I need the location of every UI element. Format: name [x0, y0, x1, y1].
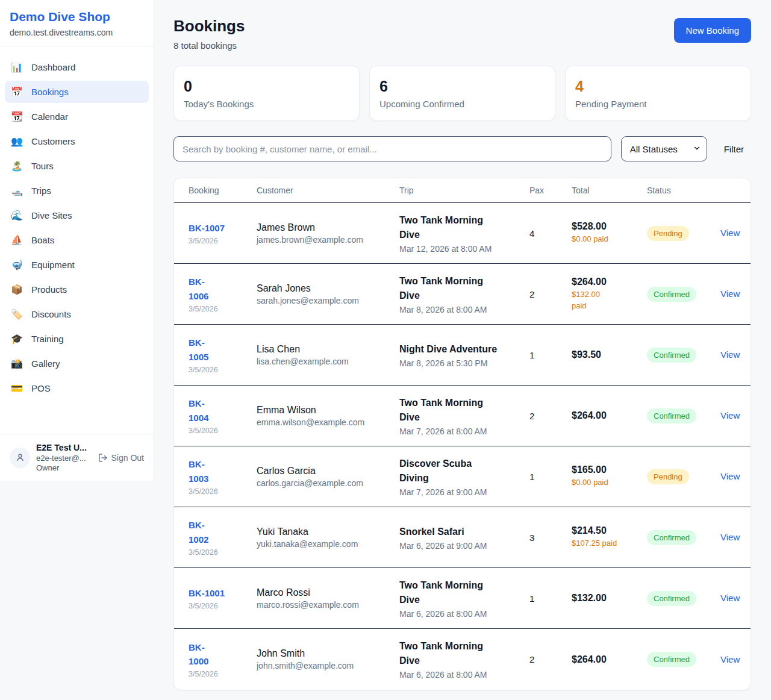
view-link[interactable]: View [720, 349, 740, 360]
trip-datetime: Mar 12, 2026 at 8:00 AM [399, 244, 521, 254]
sidebar-item-customers[interactable]: 👥 Customers [5, 130, 149, 152]
page-subtitle: 8 total bookings [173, 40, 245, 51]
sign-out-label: Sign Out [111, 453, 144, 463]
trip-datetime: Mar 7, 2026 at 9:00 AM [399, 487, 521, 497]
sidebar-item-training[interactable]: 🎓 Training [5, 328, 149, 350]
sidebar-item-label: Dive Sites [31, 210, 72, 220]
trip-datetime: Mar 7, 2026 at 8:00 AM [399, 427, 521, 436]
sidebar-item-label: Boats [31, 235, 54, 245]
table-row: BK- 1005 3/5/2026 Lisa Chen lisa.chen@ex… [174, 325, 751, 386]
sidebar-item-label: Training [31, 334, 64, 344]
status-select[interactable]: All Statuses [621, 136, 707, 161]
sidebar-item-discounts[interactable]: 🏷️ Discounts [5, 303, 149, 325]
sidebar-item-boats[interactable]: ⛵ Boats [5, 229, 149, 251]
sidebar-item-calendar[interactable]: 📆 Calendar [5, 105, 149, 128]
sidebar-item-label: Dashboard [31, 62, 75, 72]
trip-name: Snorkel Safari [399, 525, 521, 539]
status-badge: Confirmed [647, 348, 696, 363]
pax-count: 1 [529, 350, 572, 360]
booking-id-link[interactable]: BK-1001 [189, 586, 225, 600]
sign-out-button[interactable]: Sign Out [98, 453, 144, 463]
stat-value: 0 [184, 78, 349, 95]
trip-datetime: Mar 6, 2026 at 9:00 AM [399, 541, 521, 551]
trip-datetime: Mar 8, 2026 at 5:30 PM [399, 358, 521, 368]
view-link[interactable]: View [720, 410, 740, 420]
sidebar-item-gallery[interactable]: 📸 Gallery [5, 352, 149, 375]
total-amount: $528.00 [572, 221, 638, 232]
sidebar-item-dive-sites[interactable]: 🌊 Dive Sites [5, 204, 149, 227]
total-amount: $214.50 [572, 525, 638, 536]
sidebar-item-label: Discounts [31, 309, 71, 319]
sidebar-item-label: Gallery [31, 358, 60, 369]
sidebar-item-bookings[interactable]: 📅 Bookings [5, 81, 149, 103]
status-select-wrap: All Statuses [621, 136, 707, 161]
stat-label: Today's Bookings [184, 99, 349, 109]
pax-count: 3 [529, 533, 572, 543]
sidebar-item-label: Bookings [31, 87, 69, 97]
status-badge: Pending [647, 226, 689, 241]
user-role: Owner [36, 463, 92, 472]
tear-off-calendar-icon: 📆 [11, 111, 23, 122]
view-link[interactable]: View [720, 228, 740, 238]
sidebar-item-label: Products [31, 284, 67, 295]
new-booking-button[interactable]: New Booking [674, 18, 751, 43]
customer-email: lisa.chen@example.com [257, 357, 391, 366]
paid-amount: $107.25 paid [572, 538, 638, 549]
trip-datetime: Mar 8, 2026 at 8:00 AM [399, 305, 521, 314]
booking-date: 3/5/2026 [189, 602, 248, 610]
table-row: BK- 1000 3/5/2026 John Smith john.smith@… [174, 629, 751, 690]
status-badge: Confirmed [647, 530, 696, 545]
customer-name: Emma Wilson [257, 405, 391, 416]
sidebar-item-trips[interactable]: 🛥️ Trips [5, 180, 149, 202]
view-link[interactable]: View [720, 654, 740, 664]
filter-button[interactable]: Filter [717, 139, 751, 159]
sidebar-item-products[interactable]: 📦 Products [5, 278, 149, 301]
sidebar-item-pos[interactable]: 💳 POS [5, 377, 149, 399]
sidebar-item-label: POS [31, 383, 51, 393]
column-header-customer: Customer [257, 186, 399, 195]
table-row: BK-1007 3/5/2026 James Brown james.brown… [174, 203, 751, 264]
view-link[interactable]: View [720, 593, 740, 603]
trip-datetime: Mar 6, 2026 at 8:00 AM [399, 609, 521, 619]
booking-id-link[interactable]: BK- 1002 [189, 518, 208, 546]
booking-id-link[interactable]: BK-1007 [189, 221, 225, 235]
customer-email: james.brown@example.com [257, 235, 391, 245]
search-input[interactable] [173, 136, 611, 161]
sidebar-item-label: Calendar [31, 111, 68, 122]
wave-icon: 🌊 [11, 210, 23, 221]
brand-domain: demo.test.divestreams.com [10, 28, 144, 37]
column-header-booking: Booking [189, 186, 257, 195]
view-link[interactable]: View [720, 471, 740, 481]
brand-name[interactable]: Demo Dive Shop [10, 10, 144, 24]
column-header-total: Total [572, 186, 647, 195]
pax-count: 1 [529, 472, 572, 482]
pax-count: 2 [529, 289, 572, 299]
booking-id-link[interactable]: BK- 1000 [189, 640, 208, 669]
paid-amount: $0.00 paid [572, 234, 638, 245]
stat-card: 0 Today's Bookings [173, 66, 360, 121]
tag-icon: 🏷️ [11, 308, 23, 320]
view-link[interactable]: View [720, 289, 740, 299]
total-amount: $165.00 [572, 464, 638, 475]
status-badge: Confirmed [647, 591, 696, 606]
motorboat-icon: 🛥️ [11, 185, 23, 196]
pax-count: 4 [529, 228, 572, 239]
customer-name: Lisa Chen [257, 344, 391, 355]
booking-id-link[interactable]: BK- 1004 [189, 396, 208, 425]
customer-email: sarah.jones@example.com [257, 296, 391, 305]
stats-row: 0 Today's Bookings 6 Upcoming Confirmed … [173, 66, 751, 121]
customer-name: Sarah Jones [257, 283, 391, 294]
stat-value: 6 [379, 78, 545, 95]
sidebar-item-tours[interactable]: 🏝️ Tours [5, 155, 149, 177]
customer-name: Carlos Garcia [257, 466, 391, 477]
sidebar-item-dashboard[interactable]: 📊 Dashboard [5, 56, 149, 78]
table-row: BK-1001 3/5/2026 Marco Rossi marco.rossi… [174, 568, 751, 629]
table-row: BK- 1006 3/5/2026 Sarah Jones sarah.jone… [174, 264, 751, 325]
brand-block: Demo Dive Shop demo.test.divestreams.com [0, 0, 154, 46]
booking-id-link[interactable]: BK- 1005 [189, 336, 208, 364]
view-link[interactable]: View [720, 532, 740, 542]
booking-id-link[interactable]: BK- 1006 [189, 275, 208, 303]
sidebar-item-equipment[interactable]: 🤿 Equipment [5, 254, 149, 276]
booking-id-link[interactable]: BK- 1003 [189, 457, 208, 486]
stat-value: 4 [575, 78, 741, 95]
